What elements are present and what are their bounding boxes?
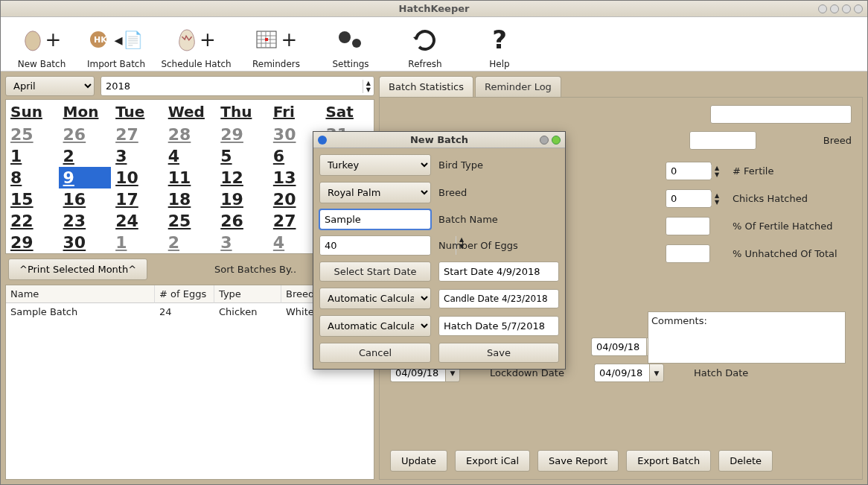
cal-day-header: Thu [216,100,269,124]
calendar-day[interactable]: 4 [164,145,217,167]
calendar-day[interactable]: 1 [6,145,59,167]
toolbar: + New Batch HK◂📄 Import Batch + Schedule… [1,17,867,72]
calendar-day[interactable]: 25 [164,210,217,232]
calendar-day[interactable]: 16 [59,188,112,210]
dialog-menu-icon[interactable] [318,136,327,145]
svg-text:HK: HK [94,35,107,45]
calendar-day[interactable]: 26 [59,124,112,145]
pct-unhatched-label: % Unhatched Of Total [733,248,852,259]
calendar-day[interactable]: 23 [59,210,112,232]
chevron-down-icon[interactable]: ▼ [649,364,664,382]
dialog-title: New Batch [410,134,468,145]
print-month-button[interactable]: ^Print Selected Month^ [8,259,147,280]
table-header[interactable]: Type [214,285,281,303]
calendar-day[interactable]: 25 [6,124,59,145]
dialog-min-icon[interactable] [540,136,549,145]
calendar-day[interactable]: 30 [59,232,112,253]
save-report-button[interactable]: Save Report [537,450,619,472]
tool-import-batch[interactable]: HK◂📄 Import Batch [83,22,150,69]
window-extra-icon[interactable] [854,4,863,13]
calendar-day[interactable]: 2 [59,145,112,167]
select-start-date-button[interactable]: Select Start Date [319,261,431,282]
year-spinner[interactable]: ▲▼ [100,76,374,96]
hatch-date-combo[interactable]: ▼ [594,364,664,382]
calendar-day[interactable]: 5 [216,145,269,167]
calendar-day[interactable]: 28 [164,124,217,145]
svg-point-0 [25,31,40,51]
batch-name-input[interactable] [319,209,431,229]
calendar-day[interactable]: 10 [111,167,164,188]
year-input[interactable] [101,77,363,95]
eggs-spinner[interactable]: ▲▼ [319,235,431,256]
calendar-day[interactable]: 15 [6,188,59,210]
cal-day-header: Sun [6,100,59,124]
calendar-day[interactable]: 26 [216,210,269,232]
year-down-icon[interactable]: ▼ [363,86,374,93]
tool-reminders[interactable]: + Reminders [243,22,310,69]
update-button[interactable]: Update [390,450,447,472]
hatch-date-display[interactable] [438,316,559,336]
svg-point-12 [352,39,361,48]
bird-type-select[interactable]: Turkey [319,154,431,176]
cracked-egg-plus-icon: + [167,22,226,57]
calendar-day[interactable]: 11 [164,167,217,188]
calendar-day[interactable]: 8 [6,167,59,188]
calendar-day[interactable]: 3 [216,232,269,253]
calendar-day[interactable]: 29 [216,124,269,145]
new-batch-dialog: New Batch Turkey Bird Type Royal Palm Br… [313,131,566,370]
delete-button[interactable]: Delete [718,450,773,472]
calendar-day[interactable]: 24 [111,210,164,232]
year-up-icon[interactable]: ▲ [363,80,374,86]
comments-label: Comments: [651,315,707,326]
calendar-day[interactable]: 17 [111,188,164,210]
breed-select[interactable]: Royal Palm [319,182,431,203]
export-ical-button[interactable]: Export iCal [455,450,530,472]
name-field[interactable] [710,105,852,124]
gears-icon [322,22,380,57]
comments-box[interactable]: Comments: [648,311,846,364]
window-min-icon[interactable] [818,4,827,13]
chicks-spinner[interactable]: ▲▼ [666,189,712,208]
calendar-day[interactable]: 9 [59,167,112,188]
tool-help[interactable]: ? Help [466,22,533,69]
table-header[interactable]: Name [6,285,155,303]
calendar-day[interactable]: 1 [111,232,164,253]
tab-reminder-log[interactable]: Reminder Log [475,76,561,97]
cal-day-header: Sat [321,100,374,124]
tool-settings[interactable]: Settings [317,22,384,69]
window-close-icon[interactable] [842,4,851,13]
calendar-day[interactable]: 18 [164,188,217,210]
svg-rect-10 [265,38,268,41]
calendar-day[interactable]: 29 [6,232,59,253]
dialog-max-icon[interactable] [552,136,561,145]
calendar-day[interactable]: 19 [216,188,269,210]
calendar-day[interactable]: 22 [6,210,59,232]
candle-date-display[interactable] [438,289,559,308]
calendar-day[interactable]: 12 [216,167,269,188]
sort-label[interactable]: Sort Batches By.. [214,264,296,275]
cal-day-header: Fri [269,100,322,124]
candle-calc-select[interactable]: Automatic Calculat [319,288,431,309]
cancel-button[interactable]: Cancel [319,343,431,363]
calendar-day[interactable]: 27 [111,124,164,145]
export-batch-button[interactable]: Export Batch [626,450,711,472]
month-select[interactable]: April [5,76,95,96]
pct-unhatched-field[interactable] [666,244,710,263]
window-max-icon[interactable] [830,4,839,13]
pct-fertile-field[interactable] [666,217,710,235]
tool-refresh[interactable]: Refresh [392,22,459,69]
calendar-day[interactable]: 3 [111,145,164,167]
start-date-display[interactable] [438,261,559,282]
hatch-date-label: Hatch Date [694,367,748,378]
table-header[interactable]: # of Eggs [155,285,214,303]
save-button[interactable]: Save [438,343,559,363]
tab-batch-statistics[interactable]: Batch Statistics [379,76,473,97]
pct-fertile-label: % Of Fertile Hatched [733,221,852,232]
calendar-day[interactable]: 2 [164,232,217,253]
tool-new-batch[interactable]: + New Batch [8,22,75,69]
fertile-spinner[interactable]: ▲▼ [666,162,712,180]
breed-field[interactable] [689,131,756,150]
import-icon: HK◂📄 [87,22,145,57]
tool-schedule-hatch[interactable]: + Schedule Hatch [157,22,235,69]
hatch-calc-select[interactable]: Automatic Calculat [319,315,431,337]
